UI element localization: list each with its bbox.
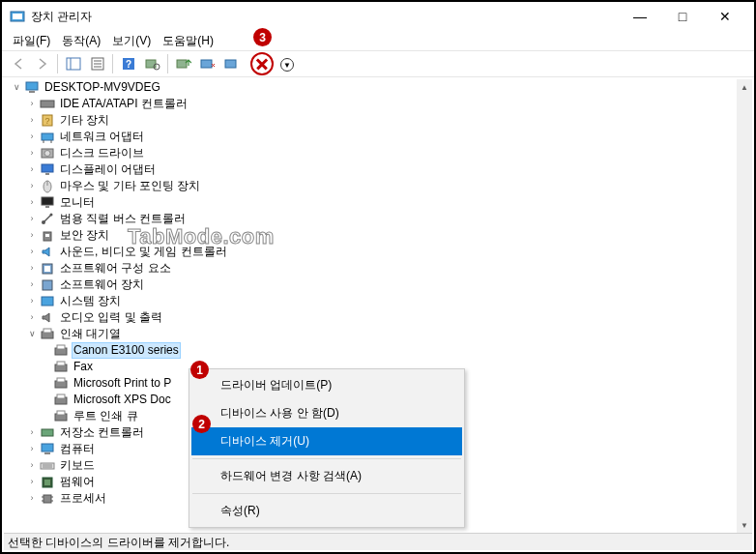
svg-rect-59 [44,480,50,485]
printer-icon [52,376,69,392]
svg-rect-25 [42,164,53,172]
svg-rect-54 [44,452,50,454]
tree-category[interactable]: ∨인쇄 대기열 [4,326,737,342]
context-menu-item[interactable]: 디바이스 사용 안 함(D) [191,399,462,427]
context-menu-item[interactable]: 하드웨어 변경 사항 검색(A) [191,462,462,490]
tree-category[interactable]: ›오디오 입력 및 출력 [4,309,737,326]
printer-icon [52,343,69,359]
scroll-down-button[interactable]: ▼ [737,517,752,533]
tree-device[interactable]: Canon E3100 series [4,342,737,359]
tree-category[interactable]: ›마우스 및 기타 포인팅 장치 [4,178,737,194]
menu-file[interactable]: 파일(F) [7,32,56,50]
tree-category-label: IDE ATA/ATAPI 컨트롤러 [58,96,189,112]
svg-rect-41 [44,329,51,333]
tree-category[interactable]: ›?기타 장치 [4,112,737,129]
printer-icon [52,409,69,424]
svg-rect-16 [29,91,35,93]
svg-rect-1 [13,14,22,19]
pc-icon [39,442,55,457]
annotation-uninstall-circle [250,52,274,75]
tree-category[interactable]: ›시스템 장치 [4,293,737,309]
tree-category-label: 디스플레이 어댑터 [58,161,158,178]
svg-rect-52 [42,429,53,436]
svg-rect-30 [45,206,49,208]
menu-view[interactable]: 보기(V) [106,32,157,50]
tree-root[interactable]: ∨DESKTOP-MV9VDEG [4,79,737,96]
tree-category-label: 시스템 장치 [58,293,123,309]
context-menu-item[interactable]: 속성(R) [191,497,462,525]
tree-category-label: 디스크 드라이브 [58,145,146,161]
uninstall-device-button[interactable] [220,53,243,74]
tree-category[interactable]: ›IDE ATA/ATAPI 컨트롤러 [4,96,737,112]
audio-icon [39,310,55,326]
svg-rect-2 [67,58,80,70]
svg-rect-43 [57,345,65,349]
tree-category-label: 범용 직렬 버스 컨트롤러 [58,211,188,227]
firmware-icon [39,475,55,490]
tree-category[interactable]: ›소프트웨어 장치 [4,277,737,293]
tree-category[interactable]: ›디스플레이 어댑터 [4,161,737,178]
svg-rect-53 [42,444,53,452]
maximize-button[interactable]: □ [661,3,704,31]
svg-rect-26 [45,173,49,175]
svg-rect-37 [44,266,50,272]
scroll-up-button[interactable]: ▲ [737,79,752,95]
swdev-icon [39,277,55,293]
tree-device-label: Fax [72,359,95,375]
tree-category[interactable]: ›네트워크 어댑터 [4,129,737,145]
tree-category[interactable]: ›소프트웨어 구성 요소 [4,260,737,277]
menu-action[interactable]: 동작(A) [56,32,106,50]
update-driver-button[interactable] [172,53,194,74]
svg-rect-45 [57,362,65,365]
swcomp-icon [39,261,55,277]
minimize-button[interactable]: — [619,3,661,31]
tree-category[interactable]: ›모니터 [4,194,737,211]
storage-icon [39,425,55,441]
show-hide-console-button[interactable] [62,53,84,74]
printq-icon [39,327,55,342]
tree-device-label: Canon E3100 series [72,342,181,359]
tree-category-label: 프로세서 [58,490,108,507]
properties-button[interactable] [86,53,108,74]
disable-device-button[interactable] [196,53,218,74]
window-title: 장치 관리자 [31,9,619,25]
title-bar: 장치 관리자 — □ ✕ [2,2,754,31]
ide-icon [39,97,55,112]
close-button[interactable]: ✕ [704,3,746,31]
tree-device-label: 루트 인쇄 큐 [72,408,140,424]
menu-bar: 파일(F) 동작(A) 보기(V) 도움말(H) [2,31,754,50]
vertical-scrollbar[interactable]: ▲ ▼ [737,79,752,533]
tree-category-label: 소프트웨어 장치 [58,277,146,293]
tree-category[interactable]: ›보안 장치 [4,227,737,244]
help-button[interactable]: ? [117,53,139,74]
tree-category-label: 컴퓨터 [58,441,97,457]
tree-category[interactable]: ›디스크 드라이브 [4,145,737,161]
context-menu-item[interactable]: 드라이버 업데이트(P) [191,371,462,399]
menu-help[interactable]: 도움말(H) [157,32,219,50]
forward-button[interactable] [31,53,53,74]
svg-rect-51 [57,411,65,415]
tree-category-label: 저장소 컨트롤러 [58,424,146,441]
tree-category-label: 마우스 및 기타 포인팅 장치 [58,178,202,194]
svg-rect-14 [225,60,236,68]
context-menu-item[interactable]: 디바이스 제거(U) [191,427,462,455]
status-bar: 선택한 디바이스의 드라이버를 제거합니다. [4,533,752,550]
tree-device-label: Microsoft Print to P [72,375,173,392]
disk-icon [39,146,55,161]
cpu-icon [39,491,55,507]
printer-icon [52,360,69,375]
sound-icon [39,245,55,260]
svg-text:?: ? [44,116,49,126]
mouse-icon [39,179,55,194]
tree-category[interactable]: ›범용 직렬 버스 컨트롤러 [4,211,737,227]
svg-text:?: ? [125,59,131,70]
tree-category[interactable]: ›사운드, 비디오 및 게임 컨트롤러 [4,244,737,260]
annotation-badge-3 [253,28,272,46]
scan-hardware-button[interactable] [141,53,163,74]
tree-category-label: 기타 장치 [58,112,111,129]
tree-category-label: 오디오 입력 및 출력 [58,309,164,326]
toolbar: ? [2,50,754,77]
tree-device-label: Microsoft XPS Doc [72,392,173,408]
back-button[interactable] [7,53,29,74]
svg-rect-35 [45,234,49,237]
